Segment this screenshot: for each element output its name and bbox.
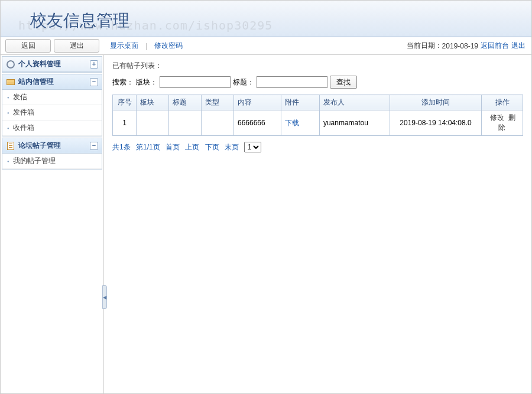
cell-author: yuanmamatou [319,110,390,136]
list-title: 已有帖子列表： [112,61,523,71]
pager-first[interactable]: 首页 [166,143,180,151]
app-title: 校友信息管理 [1,1,531,32]
col-attachment: 附件 [281,95,319,110]
pager-total: 共1条 [112,143,131,151]
panel-inbox-header[interactable]: 站内信管理 − [2,74,102,90]
pager-page: 第1/1页 [136,143,160,151]
exit-button[interactable]: 退出 [54,39,99,53]
table-row: 1 6666666 下载 yuanmamatou 2019-08-19 14:0… [113,110,523,136]
panel-profile-header[interactable]: 个人资料管理 + [2,57,102,72]
sidebar-item-inbox[interactable]: 收件箱 [2,121,102,136]
cell-board [137,110,169,136]
toolbar: 返回 退出 显示桌面 | 修改密码 当前日期： 2019-08-19 返回前台 … [1,37,531,55]
pager-prev[interactable]: 上页 [185,143,199,151]
cell-operation: 修改 删除 [482,110,523,136]
show-desktop-link[interactable]: 显示桌面 [110,41,138,51]
cell-index: 1 [113,110,137,136]
date-value: 2019-08-19 [442,42,478,50]
change-password-link[interactable]: 修改密码 [154,41,183,51]
col-type: 类型 [202,95,234,110]
envelope-icon [6,77,15,87]
expand-icon[interactable]: + [90,60,98,69]
col-time: 添加时间 [390,95,482,110]
col-content: 内容 [234,95,281,110]
search-board-input[interactable] [160,76,231,88]
panel-inbox: 站内信管理 − 发信 发件箱 收件箱 [2,74,102,136]
sidebar-collapse-handle[interactable]: ◀ [102,285,107,309]
collapse-icon[interactable]: − [90,78,98,86]
search-field-board-label: 版块： [136,77,157,87]
panel-forum-title: 论坛帖子管理 [18,141,61,151]
sidebar-item-sent[interactable]: 发件箱 [2,105,102,121]
cell-content: 6666666 [234,110,281,136]
date-label: 当前日期： [407,41,442,51]
logout-link[interactable]: 退出 [511,41,525,51]
search-row: 搜索： 版块： 标题： 查找 [112,76,523,89]
panel-profile-title: 个人资料管理 [18,59,61,69]
download-link[interactable]: 下载 [285,119,299,127]
search-title-input[interactable] [257,76,327,88]
pager-select[interactable]: 1 [244,142,261,152]
search-button[interactable]: 查找 [330,76,357,89]
panel-profile: 个人资料管理 + [2,56,102,73]
pager-last[interactable]: 末页 [225,143,239,151]
content-area: 已有帖子列表： 搜索： 版块： 标题： 查找 序号 板块 标题 类型 内容 附件… [104,55,531,393]
app-header: 校友信息管理 https://www.huzhan.com/ishop30295 [1,1,531,37]
sidebar-item-send[interactable]: 发信 [2,90,102,105]
collapse-icon[interactable]: − [90,142,98,150]
pager: 共1条 第1/1页 首页 上页 下页 末页 1 [112,142,523,152]
separator: | [145,42,147,50]
search-label: 搜索： [112,77,134,87]
edit-link[interactable]: 修改 [490,113,504,122]
sidebar: 个人资料管理 + 站内信管理 − 发信 发件箱 收件箱 论坛帖子管理 − [1,55,104,393]
goto-front-link[interactable]: 返回前台 [481,41,509,51]
col-author: 发布人 [319,95,390,110]
cell-type [202,110,234,136]
search-field-title-label: 标题： [233,77,254,87]
col-index: 序号 [113,95,137,110]
gear-icon [6,60,15,69]
back-button[interactable]: 返回 [5,39,51,53]
panel-forum-header[interactable]: 论坛帖子管理 − [2,138,102,154]
col-operation: 操作 [482,95,523,110]
cell-attachment: 下载 [281,110,319,136]
table-header-row: 序号 板块 标题 类型 内容 附件 发布人 添加时间 操作 [113,95,523,110]
panel-forum: 论坛帖子管理 − 我的帖子管理 [2,138,102,170]
panel-inbox-title: 站内信管理 [18,77,54,87]
cell-title [169,110,202,136]
sidebar-item-myposts[interactable]: 我的帖子管理 [2,154,102,169]
pager-next[interactable]: 下页 [205,143,219,151]
col-board: 板块 [137,95,169,110]
col-title: 标题 [169,95,202,110]
cell-time: 2019-08-19 14:04:08.0 [390,110,482,136]
note-icon [6,141,15,151]
posts-table: 序号 板块 标题 类型 内容 附件 发布人 添加时间 操作 1 666 [112,95,523,136]
